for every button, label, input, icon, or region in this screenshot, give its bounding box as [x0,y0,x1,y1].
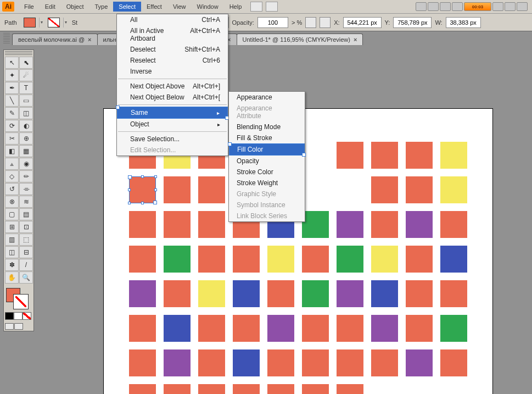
square[interactable] [371,246,398,273]
square[interactable] [198,176,225,203]
menu-item-same[interactable]: Same [117,107,228,119]
tool-30[interactable]: ◫ [5,246,19,258]
tool-5[interactable]: T [19,82,33,94]
square[interactable] [267,315,294,342]
tool-21[interactable]: ⌯ [19,183,33,195]
square[interactable] [233,280,260,307]
screen-mode-normal[interactable] [5,323,14,330]
square[interactable] [440,142,467,169]
square[interactable] [198,349,225,376]
transform-panel-icon[interactable] [320,17,331,28]
menu-item-next-object-above[interactable]: Next Object AboveAlt+Ctrl+] [117,81,228,92]
tool-9[interactable]: ◫ [19,107,33,119]
y-field[interactable] [393,17,432,28]
square[interactable] [440,280,467,307]
square[interactable] [406,349,433,376]
tool-stroke-swatch[interactable] [14,295,28,309]
square[interactable] [337,349,363,376]
submenu-item-stroke-color[interactable]: Stroke Color [229,167,305,177]
selection-handle[interactable] [141,202,144,204]
square[interactable] [129,384,156,394]
menu-type[interactable]: Type [89,2,114,12]
square[interactable] [302,315,329,342]
menu-window[interactable]: Window [192,2,224,12]
square[interactable] [371,280,398,307]
opacity-field[interactable] [257,17,288,28]
square[interactable] [406,142,433,169]
tool-28[interactable]: ▥ [5,234,19,246]
square[interactable] [198,246,225,273]
square[interactable] [440,246,467,273]
tools-grip[interactable] [5,51,32,56]
player-prev-icon[interactable] [416,2,427,11]
color-mode-none[interactable] [23,312,31,320]
square[interactable] [440,349,467,376]
document-tab[interactable]: веселый молочник.ai @× [12,34,98,45]
submenu-item-appearance[interactable]: Appearance [229,92,305,103]
square[interactable] [406,280,433,307]
square[interactable] [337,246,363,273]
tool-24[interactable]: ▢ [5,208,19,220]
square[interactable] [129,211,156,238]
menu-item-save-selection-[interactable]: Save Selection... [117,134,228,145]
square[interactable] [129,349,156,376]
x-field[interactable] [343,17,382,28]
square[interactable] [233,384,260,394]
square[interactable] [164,349,191,376]
tool-20[interactable]: ↺ [5,183,19,195]
tool-10[interactable]: ⟳ [5,120,19,132]
square[interactable] [337,384,363,394]
square[interactable] [198,315,225,342]
opacity-options-icon[interactable] [305,17,316,28]
player-stop-icon[interactable] [428,2,439,11]
tab-grip[interactable] [3,33,10,44]
tool-25[interactable]: ▤ [19,208,33,220]
submenu-item-blending-mode[interactable]: Blending Mode [229,121,305,132]
tool-2[interactable]: ✦ [5,69,19,81]
tool-11[interactable]: ◐ [19,120,33,132]
tool-33[interactable]: / [19,259,33,271]
menu-help[interactable]: Help [224,2,248,12]
square[interactable] [233,315,260,342]
tool-27[interactable]: ⊡ [19,221,33,233]
square[interactable] [233,246,260,273]
square[interactable] [129,280,156,307]
stroke-swatch-dropdown[interactable] [63,18,69,27]
square[interactable] [164,315,191,342]
square[interactable] [440,315,467,342]
square[interactable] [337,142,363,169]
menu-item-next-object-below[interactable]: Next Object BelowAlt+Ctrl+[ [117,92,228,103]
menu-item-object[interactable]: Object [117,119,228,130]
menu-item-inverse[interactable]: Inverse [117,66,228,77]
square[interactable] [129,176,156,203]
tool-35[interactable]: 🔍 [19,271,33,284]
screen-mode-full[interactable] [14,323,23,330]
square[interactable] [164,211,191,238]
menu-bridge-icon[interactable] [250,2,262,12]
square[interactable] [267,384,294,394]
square[interactable] [164,280,191,307]
selection-handle[interactable] [128,188,131,191]
square[interactable] [440,211,467,238]
tool-26[interactable]: ⊞ [5,221,19,233]
square[interactable] [129,315,156,342]
stroke-swatch[interactable] [48,18,60,27]
selection-handle[interactable] [141,175,144,178]
tool-23[interactable]: ≋ [19,196,33,208]
fill-swatch[interactable] [24,18,36,27]
square[interactable] [198,280,225,307]
menu-item-deselect[interactable]: DeselectShift+Ctrl+A [117,44,228,55]
color-mode-solid[interactable] [5,312,14,320]
window-close-icon[interactable] [517,2,528,11]
menu-select[interactable]: Select [113,2,141,12]
selection-handle[interactable] [154,188,157,191]
tab-close-icon[interactable]: × [88,36,91,43]
tool-16[interactable]: ⟁ [5,158,19,170]
square[interactable] [129,246,156,273]
tool-8[interactable]: ✎ [5,107,19,119]
tool-3[interactable]: ☄ [19,69,33,81]
menu-object[interactable]: Object [61,2,89,12]
square[interactable] [267,349,294,376]
tool-17[interactable]: ◉ [19,158,33,170]
square[interactable] [302,349,329,376]
